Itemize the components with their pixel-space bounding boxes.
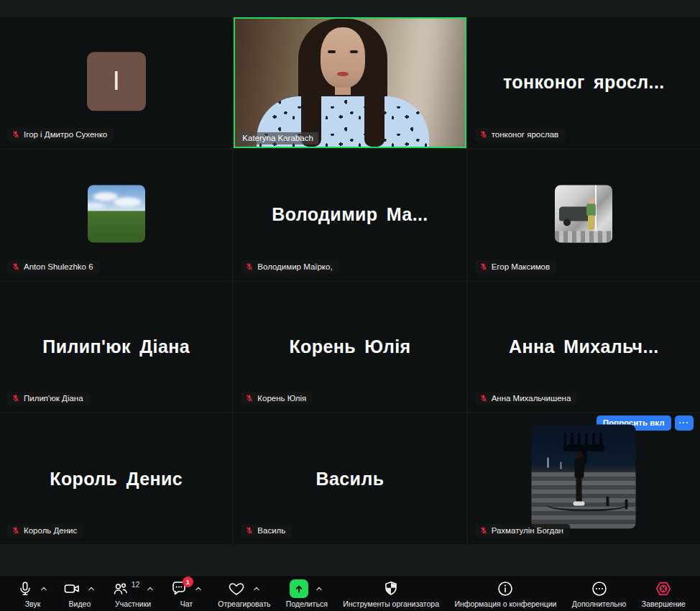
participant-tile[interactable]: Король Денис Король Денис [0,413,232,544]
letter-avatar: I [87,52,146,111]
more-label: Дополнительно [572,599,627,608]
host-tools-button[interactable]: Инструменты организатора [343,579,439,608]
participant-tile[interactable]: Пилип'юк Діана Пилип'юк Діана [0,282,232,413]
share-options-caret[interactable] [315,586,323,592]
meeting-info-button[interactable]: Информация о конференции [454,579,556,608]
participant-tile[interactable]: Корень Юлія Корень Юлія [234,282,466,413]
host-tools-label: Инструменты организатора [343,599,439,608]
participant-tile[interactable]: Anton Shulezhko 6 [0,150,232,280]
microphone-icon [17,580,33,597]
participant-tile[interactable]: Егор Максимов [468,150,700,280]
participant-name: Пилип'юк Діана [24,394,83,403]
share-label: Поделиться [286,599,328,608]
participant-tile[interactable]: I Ігор і Дмитро Сухенко [0,17,232,148]
muted-mic-icon [11,130,20,139]
more-button[interactable]: Дополнительно [572,579,627,608]
participant-name: Володимир Маїрко, [257,262,332,271]
participant-name: Anton Shulezhko 6 [24,262,93,271]
participant-tile[interactable]: Василь Василь [234,413,466,544]
video-button[interactable]: Видео [63,579,96,608]
muted-mic-icon [245,526,254,535]
chat-button[interactable]: 1 Чат [170,579,203,608]
participant-name-badge: Егор Максимов [475,260,556,274]
participant-name-badge: Anton Shulezhko 6 [7,260,100,274]
share-screen-icon [290,579,308,598]
participant-name: Анна Михальчишена [492,394,571,403]
share-button[interactable]: Поделиться [286,579,328,608]
audio-button[interactable]: Звук [17,579,48,608]
participant-name-badge: Ігор і Дмитро Сухенко [7,128,114,142]
participant-name-badge: Рахматулін Богдан [475,524,570,538]
participant-name-badge: Анна Михальчишена [475,392,578,405]
participant-name-badge: Kateryna Karabach [237,132,318,144]
participant-name: Корень Юлія [257,394,306,403]
participants-count: 12 [132,580,140,589]
shield-icon [382,580,400,597]
info-icon [497,580,514,597]
participant-name-badge: Пилип'юк Діана [7,392,90,405]
participant-name: Ігор і Дмитро Сухенко [24,130,107,139]
camera-icon [63,580,80,597]
participant-name: Рахматулін Богдан [492,526,563,535]
active-speaker-video-tile[interactable]: Kateryna Karabach [234,17,466,148]
participant-tile[interactable]: Володимир Ма... Володимир Маїрко, [234,150,466,280]
muted-mic-icon [479,526,488,535]
heart-icon [227,580,246,597]
participants-options-caret[interactable] [146,586,155,592]
muted-mic-icon [479,394,488,403]
night-photo-avatar [532,425,636,529]
end-call-icon [654,579,673,598]
video-options-caret[interactable] [87,586,96,592]
participant-name: Король Денис [24,526,77,535]
muted-mic-icon [11,262,20,271]
participant-name-badge: тонконог ярослав [475,128,566,142]
landscape-avatar [88,185,145,242]
ellipsis-icon [591,580,608,597]
chat-label: Чат [180,599,193,608]
chat-icon: 1 [170,580,188,597]
muted-mic-icon [479,130,488,139]
end-meeting-button[interactable]: Завершение [642,579,686,608]
participant-tile[interactable]: Попросить вкл ··· Рахматулін Богдан [468,413,700,544]
participant-name: тонконог ярослав [492,130,559,139]
audio-options-caret[interactable] [40,586,48,592]
muted-mic-icon [479,262,488,271]
video-label: Видео [69,599,91,608]
muted-mic-icon [11,394,20,403]
participant-name: Василь [257,526,285,535]
participant-gallery: I Ігор і Дмитро Сухенко Kateryna Karabac… [0,17,700,544]
participant-name-badge: Корень Юлія [241,392,313,405]
muted-mic-icon [245,394,254,403]
participant-name: Егор Максимов [492,262,550,271]
participant-name-badge: Василь [241,524,292,538]
muted-mic-icon [11,526,20,535]
zoom-meeting-window: I Ігор і Дмитро Сухенко Kateryna Karabac… [0,0,700,611]
more-options-button[interactable]: ··· [675,415,694,431]
participant-name-badge: Король Денис [7,524,83,538]
participant-tile[interactable]: тонконог яросл... тонконог ярослав [468,17,700,148]
meeting-toolbar: Звук Видео 12 [0,575,700,611]
end-meeting-label: Завершение [642,599,686,608]
participant-tile[interactable]: Анна Михальч... Анна Михальчишена [468,282,700,413]
participants-button[interactable]: 12 Участники [111,579,155,608]
audio-label: Звук [25,599,41,608]
react-button[interactable]: Отреагировать [218,579,270,608]
comic-art-avatar [555,185,612,242]
muted-mic-icon [245,262,254,271]
participants-icon [111,580,129,597]
meeting-info-label: Информация о конференции [454,599,556,608]
react-label: Отреагировать [218,599,270,608]
participant-name-badge: Володимир Маїрко, [241,260,339,274]
react-options-caret[interactable] [252,586,261,592]
chat-options-caret[interactable] [194,586,203,592]
participants-label: Участники [115,599,151,608]
chat-unread-badge: 1 [183,576,193,587]
